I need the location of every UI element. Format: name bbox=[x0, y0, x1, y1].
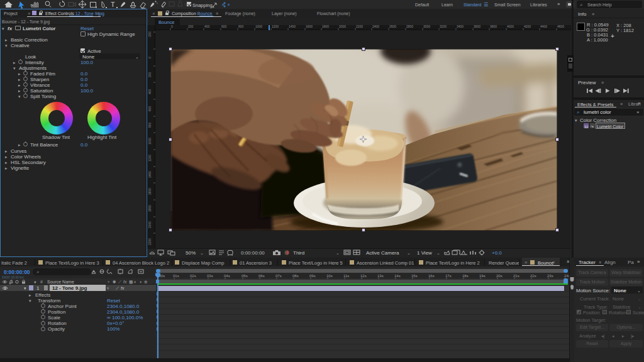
svg-text:05s: 05s bbox=[242, 274, 248, 278]
svg-text:16s: 16s bbox=[428, 274, 435, 278]
svg-text:1400: 1400 bbox=[148, 171, 152, 178]
svg-text:600: 600 bbox=[148, 106, 152, 111]
svg-text:04s: 04s bbox=[224, 274, 230, 278]
svg-text:20s: 20s bbox=[496, 274, 502, 278]
svg-text:1200: 1200 bbox=[148, 155, 152, 162]
svg-text:♆: ♆ bbox=[107, 280, 110, 284]
svg-text:200: 200 bbox=[148, 72, 152, 77]
svg-text:3800: 3800 bbox=[490, 25, 497, 28]
svg-text:09s: 09s bbox=[309, 274, 316, 278]
svg-text:2800: 2800 bbox=[406, 25, 413, 28]
svg-text:19s: 19s bbox=[479, 274, 486, 278]
svg-text:2000: 2000 bbox=[148, 221, 152, 228]
svg-text:4200: 4200 bbox=[524, 25, 531, 28]
svg-text:14s: 14s bbox=[394, 274, 401, 278]
svg-text:08s: 08s bbox=[292, 274, 299, 278]
svg-text:2000: 2000 bbox=[339, 25, 346, 28]
svg-text:10s: 10s bbox=[326, 274, 333, 278]
svg-text:1600: 1600 bbox=[148, 188, 152, 195]
svg-text:800: 800 bbox=[238, 25, 244, 28]
svg-text:11s: 11s bbox=[343, 274, 349, 278]
svg-text:Source Name: Source Name bbox=[47, 280, 74, 284]
svg-text:1400: 1400 bbox=[289, 25, 296, 28]
svg-text:⟋: ⟋ bbox=[118, 280, 121, 284]
svg-text:18s: 18s bbox=[462, 274, 469, 278]
svg-text:4000: 4000 bbox=[507, 25, 514, 28]
svg-text:2200: 2200 bbox=[148, 238, 152, 245]
svg-text:1600: 1600 bbox=[306, 25, 313, 28]
svg-text:1000: 1000 bbox=[255, 25, 262, 28]
svg-text:01s: 01s bbox=[173, 274, 179, 278]
svg-text:3400: 3400 bbox=[457, 25, 464, 28]
svg-text:02s: 02s bbox=[190, 274, 196, 278]
svg-text:fx: fx bbox=[123, 280, 127, 284]
svg-text:◑: ◑ bbox=[139, 280, 142, 284]
svg-text:06s: 06s bbox=[258, 274, 265, 278]
svg-text:800: 800 bbox=[148, 122, 152, 128]
svg-text:24s: 24s bbox=[564, 274, 569, 278]
svg-text:3000: 3000 bbox=[423, 25, 430, 28]
svg-text:3200: 3200 bbox=[440, 25, 447, 28]
svg-text:T: T bbox=[111, 1, 115, 8]
svg-text:2600: 2600 bbox=[389, 25, 396, 28]
svg-text:▦: ▦ bbox=[129, 280, 133, 284]
svg-text:1800: 1800 bbox=[322, 25, 329, 28]
svg-text:⊕: ⊕ bbox=[144, 280, 148, 284]
svg-text:400: 400 bbox=[204, 25, 210, 28]
svg-text:2400: 2400 bbox=[372, 25, 379, 28]
svg-text:22s: 22s bbox=[530, 274, 536, 278]
svg-text:4400: 4400 bbox=[540, 25, 547, 28]
svg-text:15s: 15s bbox=[411, 274, 418, 278]
svg-text:0: 0 bbox=[148, 57, 152, 58]
svg-text:✺: ✺ bbox=[113, 280, 116, 284]
svg-text:200: 200 bbox=[188, 25, 194, 28]
svg-text:07s: 07s bbox=[275, 274, 282, 278]
svg-text:2200: 2200 bbox=[356, 25, 363, 28]
svg-text:4600: 4600 bbox=[557, 25, 564, 28]
svg-text:12s: 12s bbox=[360, 274, 367, 278]
svg-text:1000: 1000 bbox=[148, 138, 152, 145]
svg-text:400: 400 bbox=[148, 89, 152, 94]
svg-text:0: 0 bbox=[171, 25, 173, 28]
svg-text:#: # bbox=[40, 280, 43, 284]
svg-text:17s: 17s bbox=[445, 274, 452, 278]
svg-text:03s: 03s bbox=[207, 274, 213, 278]
svg-text:◐: ◐ bbox=[134, 280, 136, 284]
svg-text:600: 600 bbox=[221, 25, 227, 28]
svg-text:1200: 1200 bbox=[272, 25, 279, 28]
svg-text:21s: 21s bbox=[513, 274, 519, 278]
svg-text:-200: -200 bbox=[148, 31, 152, 38]
svg-text:3600: 3600 bbox=[474, 25, 480, 28]
svg-text:1800: 1800 bbox=[148, 205, 152, 212]
svg-text:13s: 13s bbox=[377, 274, 384, 278]
svg-text:23s: 23s bbox=[547, 274, 553, 278]
svg-text:♦: ♦ bbox=[34, 280, 36, 284]
